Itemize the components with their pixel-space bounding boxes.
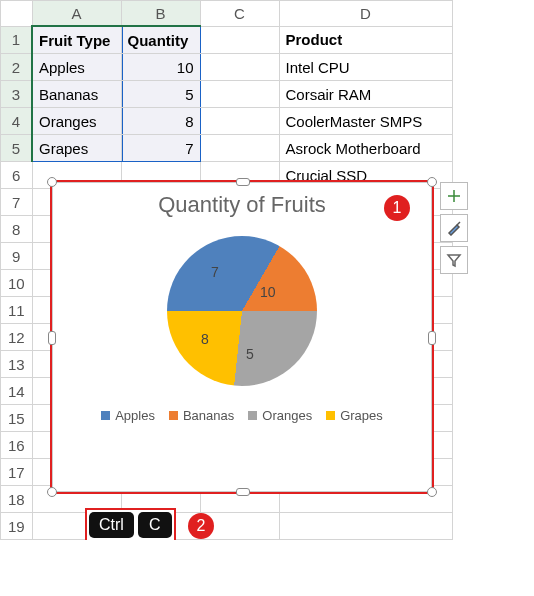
row-header-14[interactable]: 14 xyxy=(1,378,33,405)
row-header-7[interactable]: 7 xyxy=(1,189,33,216)
cell-D5[interactable]: Asrock Motherboard xyxy=(279,135,452,162)
chart-filter-button[interactable] xyxy=(440,246,468,274)
pie-data-label-oranges: 8 xyxy=(201,331,209,347)
row-header-3[interactable]: 3 xyxy=(1,81,33,108)
col-header-D[interactable]: D xyxy=(279,1,452,27)
row-header-4[interactable]: 4 xyxy=(1,108,33,135)
cell-A5[interactable]: Grapes xyxy=(32,135,121,162)
chart-legend[interactable]: Apples Bananas Oranges Grapes xyxy=(52,408,432,423)
row-header-9[interactable]: 9 xyxy=(1,243,33,270)
row-header-8[interactable]: 8 xyxy=(1,216,33,243)
plus-icon xyxy=(446,188,462,204)
chart-elements-button[interactable] xyxy=(440,182,468,210)
legend-item-apples[interactable]: Apples xyxy=(101,408,155,423)
cell-D1[interactable]: Product xyxy=(279,26,452,54)
row-header-15[interactable]: 15 xyxy=(1,405,33,432)
legend-item-bananas[interactable]: Bananas xyxy=(169,408,234,423)
cell-C3[interactable] xyxy=(200,81,279,108)
col-header-C[interactable]: C xyxy=(200,1,279,27)
cell-A4[interactable]: Oranges xyxy=(32,108,121,135)
chart-title[interactable]: Quantity of Fruits xyxy=(52,192,432,218)
row-header-1[interactable]: 1 xyxy=(1,26,33,54)
cell-C1[interactable] xyxy=(200,26,279,54)
cell-B2[interactable]: 10 xyxy=(121,54,200,81)
chart-styles-button[interactable] xyxy=(440,214,468,242)
pie-data-label-grapes: 7 xyxy=(211,264,219,280)
funnel-icon xyxy=(446,252,462,268)
cell-B5[interactable]: 7 xyxy=(121,135,200,162)
row-header-5[interactable]: 5 xyxy=(1,135,33,162)
col-header-A[interactable]: A xyxy=(32,1,121,27)
embedded-chart[interactable]: Quantity of Fruits 10 5 8 7 Apples Banan… xyxy=(50,180,434,494)
key-c: C xyxy=(138,512,172,538)
row-header-6[interactable]: 6 xyxy=(1,162,33,189)
cell-C2[interactable] xyxy=(200,54,279,81)
row-header-17[interactable]: 17 xyxy=(1,459,33,486)
cell-B4[interactable]: 8 xyxy=(121,108,200,135)
cell-A1[interactable]: Fruit Type xyxy=(32,26,121,54)
row-header-19[interactable]: 19 xyxy=(1,513,33,540)
row-header-10[interactable]: 10 xyxy=(1,270,33,297)
row-header-18[interactable]: 18 xyxy=(1,486,33,513)
cell-D2[interactable]: Intel CPU xyxy=(279,54,452,81)
legend-item-grapes[interactable]: Grapes xyxy=(326,408,383,423)
cell-D4[interactable]: CoolerMaster SMPS xyxy=(279,108,452,135)
row-header-16[interactable]: 16 xyxy=(1,432,33,459)
row-header-11[interactable]: 11 xyxy=(1,297,33,324)
row-header-2[interactable]: 2 xyxy=(1,54,33,81)
pie-chart[interactable]: 10 5 8 7 xyxy=(167,236,317,386)
cell-B1[interactable]: Quantity xyxy=(121,26,200,54)
cell-C4[interactable] xyxy=(200,108,279,135)
cell-C5[interactable] xyxy=(200,135,279,162)
cell-A3[interactable]: Bananas xyxy=(32,81,121,108)
cell-B3[interactable]: 5 xyxy=(121,81,200,108)
col-header-B[interactable]: B xyxy=(121,1,200,27)
row-header-12[interactable]: 12 xyxy=(1,324,33,351)
legend-item-oranges[interactable]: Oranges xyxy=(248,408,312,423)
pie-data-label-bananas: 5 xyxy=(246,346,254,362)
brush-icon xyxy=(446,220,462,236)
row-header-13[interactable]: 13 xyxy=(1,351,33,378)
select-all-corner[interactable] xyxy=(1,1,33,27)
keyboard-shortcut: Ctrl C xyxy=(85,508,176,540)
cell-D3[interactable]: Corsair RAM xyxy=(279,81,452,108)
pie-data-label-apples: 10 xyxy=(260,284,276,300)
key-ctrl: Ctrl xyxy=(89,512,134,538)
cell-A2[interactable]: Apples xyxy=(32,54,121,81)
